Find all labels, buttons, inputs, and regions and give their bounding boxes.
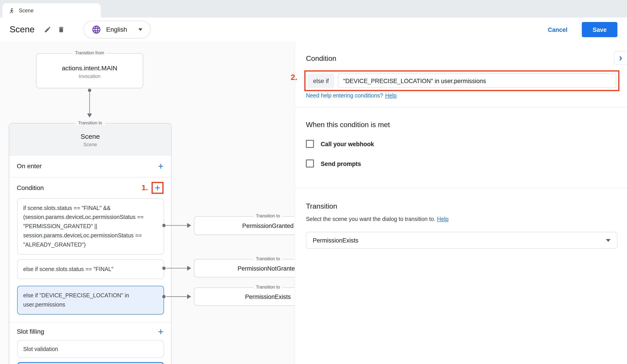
prompts-checkbox-label: Send prompts (321, 160, 361, 167)
delete-scene-button[interactable] (54, 23, 68, 36)
condition-section-header: Condition 1. + (9, 177, 171, 198)
edit-scene-button[interactable] (41, 23, 54, 36)
pencil-icon (44, 26, 51, 33)
tab-scene[interactable]: Scene (2, 3, 101, 17)
caret-down-icon (138, 28, 142, 31)
target-title: PermissionGranted (242, 222, 294, 229)
condition-help-line: Need help entering conditions?Help (306, 92, 397, 98)
transition-scene-value: PermissionExists (313, 237, 358, 244)
webhook-checkbox[interactable] (306, 140, 314, 148)
divider (295, 107, 627, 108)
condition-item-2[interactable]: else if scene.slots.status == "FINAL" (17, 259, 164, 279)
add-on-enter-button[interactable]: + (158, 161, 163, 171)
slot-filling-section: Slot filling + (9, 322, 171, 341)
collapse-panel-button[interactable]: › (614, 51, 627, 65)
transition-scene-select[interactable]: PermissionExists (306, 232, 618, 249)
else-if-chip: else if (308, 74, 334, 88)
transition-heading: Transition (306, 202, 337, 211)
transition-description: Select the scene you want the dialog to … (306, 216, 449, 222)
language-label: English (106, 26, 127, 33)
target-node-permission-exists[interactable]: Transition to PermissionExists (194, 287, 295, 306)
condition-item-3-selected[interactable]: else if "DEVICE_PRECISE_LOCATION" in use… (17, 286, 164, 315)
globe-icon (92, 25, 101, 34)
condition-section-label: Condition (17, 184, 44, 191)
webhook-checkbox-label: Call your webhook (321, 140, 374, 147)
chevron-right-icon: › (619, 52, 622, 62)
condition-editor: else if (304, 70, 620, 91)
scene-node-title: Scene (9, 133, 171, 141)
scene-node-subtitle: Scene (9, 142, 171, 147)
scene-node-legend: Transition to (75, 120, 105, 125)
actions-icon (8, 7, 14, 13)
add-slot-button[interactable]: + (158, 327, 163, 336)
scene-node-header[interactable]: Scene Scene (9, 124, 171, 155)
help-prefix: Need help entering conditions? (306, 92, 383, 98)
select-caret-icon (606, 239, 611, 242)
from-node-legend: Transition from (72, 50, 107, 55)
target-title: PermissionExists (245, 293, 291, 300)
target-title: PermissionNotGranted (238, 265, 295, 272)
when-met-heading: When this condition is met (306, 121, 390, 129)
target-legend: Transition to (253, 256, 283, 261)
prompts-checkbox-row[interactable]: Send prompts (306, 159, 361, 168)
toolbar-actions: Cancel Save (548, 22, 617, 37)
scene-editor: Scene Scene English Cancel Save (0, 0, 627, 364)
annotation-step-1: 1. (142, 183, 148, 192)
target-node-permission-granted[interactable]: Transition to PermissionGranted (194, 216, 295, 235)
transition-desc-text: Select the scene you want the dialog to … (306, 216, 435, 222)
condition-expression-input[interactable] (338, 74, 616, 88)
annotation-step-2: 2. (291, 73, 297, 82)
save-button[interactable]: Save (582, 22, 618, 37)
on-enter-label: On enter (17, 163, 42, 170)
plus-icon: + (155, 183, 160, 193)
target-node-permission-not-granted[interactable]: Transition to PermissionNotGranted (194, 259, 295, 277)
condition-heading: Condition (306, 54, 336, 63)
target-legend: Transition to (253, 284, 283, 289)
divider (295, 188, 627, 188)
add-condition-button[interactable]: + (152, 182, 163, 194)
condition-item-1[interactable]: if scene.slots.status == "FINAL" && (ses… (17, 198, 164, 255)
trash-icon (58, 26, 65, 33)
page-title: Scene (10, 24, 35, 35)
help-link[interactable]: Help (385, 92, 397, 98)
from-node-title: actions.intent.MAIN (36, 65, 143, 72)
flow-canvas: Transition to PermissionGranted Transiti… (0, 42, 295, 364)
language-selector[interactable]: English (83, 21, 151, 38)
prompts-checkbox[interactable] (306, 159, 314, 168)
scene-node: Transition to Scene Scene On enter + Con… (9, 123, 171, 364)
from-node-subtitle: Invocation (36, 74, 143, 79)
transition-help-link[interactable]: Help (437, 216, 448, 222)
toolbar: Scene English Cancel Save (0, 17, 627, 42)
target-legend: Transition to (253, 214, 283, 218)
tab-label: Scene (19, 7, 34, 13)
slot-filling-label: Slot filling (17, 328, 44, 335)
condition-detail-panel: › Condition 2. else if Need help enterin… (295, 42, 627, 364)
webhook-checkbox-row[interactable]: Call your webhook (306, 140, 374, 148)
on-enter-section: On enter + (9, 155, 171, 177)
tab-strip: Scene (0, 0, 627, 17)
slot-validation-item[interactable]: Slot validation (17, 340, 164, 358)
cancel-button[interactable]: Cancel (548, 26, 568, 33)
invocation-node[interactable]: Transition from actions.intent.MAIN Invo… (36, 53, 143, 89)
selected-item-partial[interactable] (17, 362, 164, 364)
